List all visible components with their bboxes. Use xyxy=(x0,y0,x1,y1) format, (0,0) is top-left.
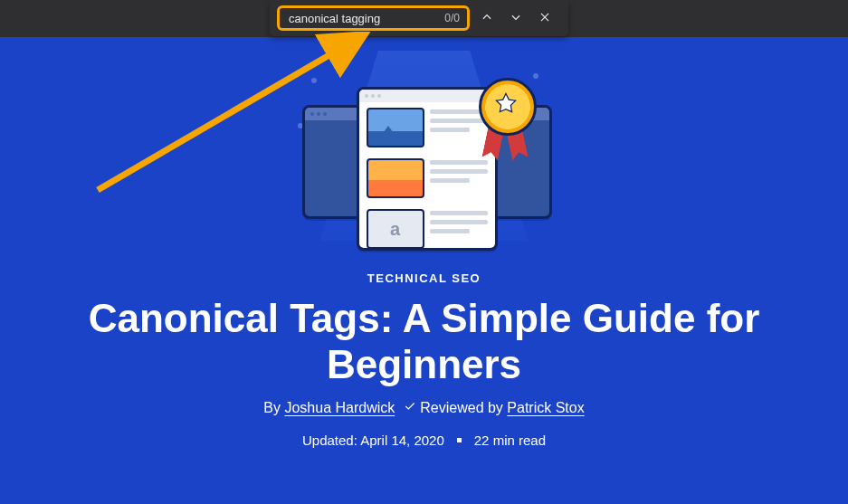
chevron-down-icon xyxy=(510,11,522,26)
article-byline: By Joshua Hardwick Reviewed by Patrick S… xyxy=(0,400,848,416)
find-next-button[interactable] xyxy=(504,6,528,30)
award-badge-icon xyxy=(474,78,538,159)
find-prev-button[interactable] xyxy=(475,6,499,30)
checkmark-icon xyxy=(404,400,416,416)
article-header: TECHNICAL SEO Canonical Tags: A Simple G… xyxy=(0,271,848,448)
find-match-count: 0/0 xyxy=(444,12,460,24)
reviewer-link[interactable]: Patrick Stox xyxy=(507,400,584,415)
byline-by-prefix: By xyxy=(263,400,284,415)
find-close-button[interactable] xyxy=(533,6,557,30)
article-meta: Updated: April 14, 2020 22 min read xyxy=(0,433,848,448)
find-in-page-bar: 0/0 xyxy=(270,0,568,36)
article-kicker: TECHNICAL SEO xyxy=(0,271,848,285)
close-icon xyxy=(538,11,551,26)
article-title: Canonical Tags: A Simple Guide for Begin… xyxy=(71,296,777,387)
find-input[interactable] xyxy=(287,11,417,26)
chevron-up-icon xyxy=(481,11,493,26)
reviewed-indicator: Reviewed by Patrick Stox xyxy=(404,400,584,416)
read-time: 22 min read xyxy=(474,433,546,448)
author-link[interactable]: Joshua Hardwick xyxy=(284,400,395,415)
meta-separator-icon xyxy=(457,438,462,442)
updated-date: Updated: April 14, 2020 xyxy=(302,433,444,448)
byline-reviewed-prefix: Reviewed by xyxy=(420,400,507,415)
find-input-highlight: 0/0 xyxy=(277,5,470,31)
hero-illustration: a xyxy=(293,51,556,250)
